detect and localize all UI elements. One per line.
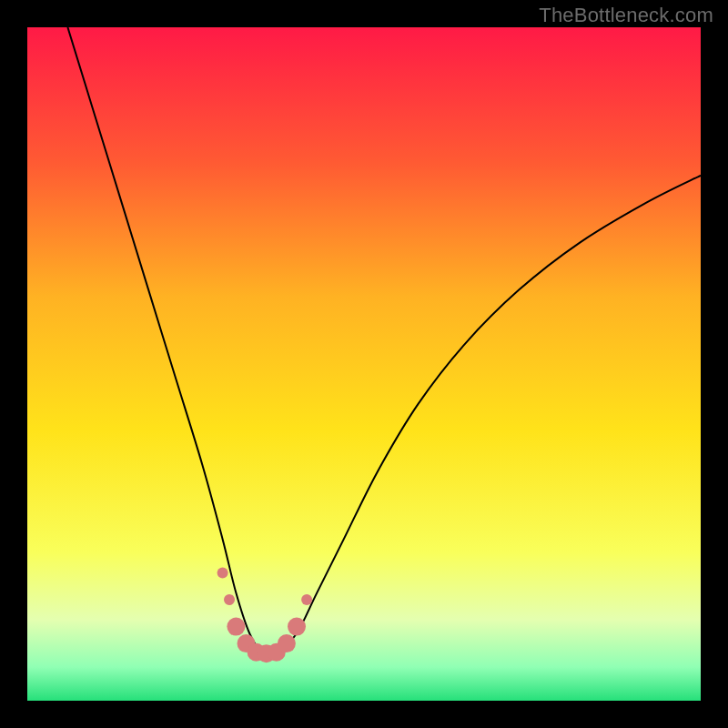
optimal-marker [227, 618, 245, 636]
chart-svg [27, 27, 701, 701]
optimal-marker [288, 618, 306, 636]
watermark-text: TheBottleneck.com [539, 4, 713, 27]
plot-area [27, 27, 701, 701]
chart-frame: TheBottleneck.com [0, 0, 728, 728]
optimal-marker [217, 567, 228, 578]
optimal-marker [224, 594, 235, 605]
optimal-marker [301, 594, 312, 605]
gradient-background [27, 27, 701, 701]
optimal-marker [278, 634, 296, 652]
